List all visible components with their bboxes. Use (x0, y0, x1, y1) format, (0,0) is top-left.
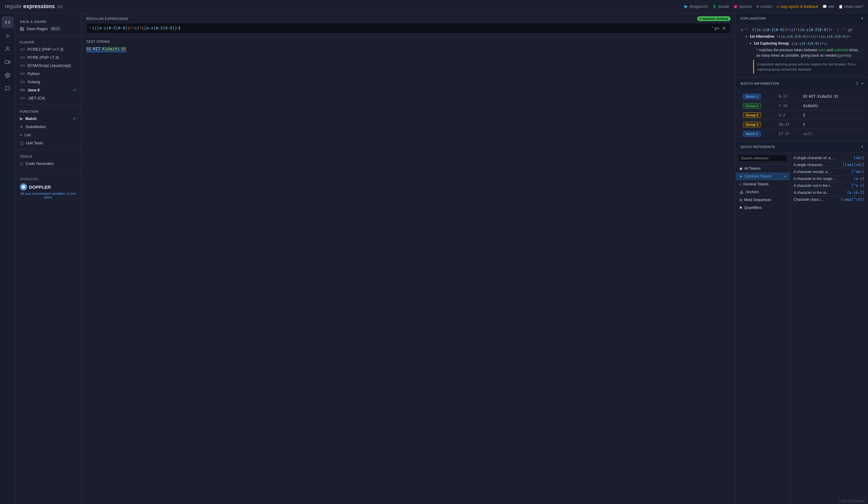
export-button[interactable]: ⇧ (855, 81, 859, 86)
save-icon (20, 27, 24, 31)
group-3-badge: Group 3 (743, 122, 761, 127)
explanation-section: EXPLANATION ▾ ▼ " (([a-z|A-Z|0-9])+\s)*(… (736, 13, 868, 78)
nav-settings[interactable] (1, 69, 13, 81)
tree-quant-item: * matches the previous token between zer… (753, 47, 863, 59)
flavor-pcre-label: PCRE (PHP <7.3) (28, 55, 59, 60)
tree-cap-item: ▼ 1st Capturing Group ([a-z|A-Z|0-9])+\s (749, 40, 863, 47)
qr-row: Character class i... [\w&&[^\d]] (794, 196, 865, 203)
function-list-label: List (25, 133, 31, 137)
function-sub-label: Substitution (25, 124, 46, 129)
wiki-link[interactable]: 💬 wiki (823, 4, 834, 9)
qr-nav-common-tokens[interactable]: ★ Common Tokens ▾ (736, 172, 789, 180)
explanation-header[interactable]: EXPLANATION ▾ (736, 13, 868, 23)
table-row: Match 2 17-17 null (741, 129, 863, 138)
svg-rect-5 (5, 61, 8, 64)
sponsor-section: SPONSORS DOPPLER All your environment va… (15, 174, 81, 203)
flavor-dotnet-label: .NET (C#) (28, 96, 45, 100)
regex-matches-badge: 2 matches (4.0ms) (697, 16, 731, 21)
code-icon-2: </> (20, 55, 25, 60)
match-info-table: Match 1 0-17 92·HIT·Xidazhi·St Group 1 7… (741, 92, 863, 138)
nav-video[interactable] (1, 56, 13, 68)
flavor-java[interactable]: </> Java 8 ✓ (15, 86, 81, 94)
function-list[interactable]: ≡ List (15, 131, 81, 139)
test-content[interactable]: 92·HIT·Xidazhi·St (86, 46, 731, 52)
save-section-title: SAVE & SHARE (15, 18, 81, 25)
search-reference-input[interactable] (738, 155, 787, 162)
qr-nav-quantifiers[interactable]: ✱ Quantifiers (736, 204, 789, 212)
qr-nav-anchors[interactable]: ⚓ Anchors (736, 188, 789, 196)
regex-input-row[interactable]: " (([a-z|A-Z|0-9])+\s)*([a-z|A-Z|0-9])+ … (86, 23, 731, 33)
nav-feedback[interactable] (1, 83, 13, 95)
codegen-icon: ◻ (20, 161, 23, 166)
tree-cap-label: 1st Capturing Group (754, 41, 789, 46)
flavor-pcre[interactable]: </> PCRE (PHP <7.3) (15, 53, 81, 61)
code-icon-6: </> (20, 88, 25, 92)
tool-code-gen[interactable]: ◻ Code Generator (15, 160, 81, 167)
regex-delimiter-close: " (712, 26, 713, 31)
divider-1 (15, 35, 81, 35)
quick-reference-section: QUICK REFERENCE ▾ ◉ All Tokens ★ Common … (736, 142, 868, 504)
tree-cap-text: ([a-z|A-Z|0-9])+\s (792, 41, 827, 47)
whats-new-link[interactable]: 📋 whats new? (838, 4, 863, 9)
qr-nav-all-tokens[interactable]: ◉ All Tokens (736, 165, 789, 172)
qr-nav-general[interactable]: ○ General Tokens (736, 180, 789, 188)
code-icon: </> (20, 47, 25, 52)
nav-user[interactable] (1, 43, 13, 55)
explanation-chevron: ▾ (861, 16, 863, 21)
nav-chart[interactable] (1, 30, 13, 42)
nav-code[interactable] (1, 16, 13, 28)
twitter-link[interactable]: 🐦 @regex101 (683, 4, 708, 9)
main-layout: SAVE & SHARE Save Regex ⌘+S FLAVOR </> P… (0, 13, 868, 504)
function-substitution[interactable]: ✕ Substitution (15, 123, 81, 131)
donate-link[interactable]: 💲 donate (712, 4, 729, 9)
function-match[interactable]: ▶ Match ✓ (15, 114, 81, 123)
flavor-python[interactable]: </> Python (15, 70, 81, 78)
sponsor-title: SPONSORS (20, 177, 76, 181)
function-unit-tests[interactable]: ◫ Unit Tests (15, 139, 81, 147)
sponsor-link[interactable]: 💗 sponsor (733, 4, 752, 9)
save-regex-button[interactable]: Save Regex ⌘+S (15, 25, 81, 33)
table-row: Match 1 0-17 92·HIT·Xidazhi·St (741, 92, 863, 101)
tree-expand-cap[interactable]: ▼ (749, 41, 753, 46)
test-section[interactable]: TEST STRING 92·HIT·Xidazhi·St (81, 37, 735, 504)
test-icon: ◫ (20, 141, 23, 145)
general-label: General Tokens (743, 182, 768, 186)
tree-quant-text: * matches the previous token between zer… (756, 47, 863, 58)
qr-desc: A character not in the r... (794, 184, 849, 188)
qr-pattern: [\w&&[^\d]] (840, 197, 865, 202)
flavor-ecmascript[interactable]: </> ECMAScript (JavaScript) (15, 61, 81, 70)
flavor-dotnet[interactable]: </> .NET (C#) (15, 94, 81, 102)
qr-row: A single character... [[ab][cd]] (794, 162, 865, 168)
explanation-title: EXPLANATION (741, 17, 766, 20)
qr-desc: A character in the ra... (794, 191, 845, 195)
group-3-range: 16-17 (778, 122, 789, 127)
match-1-badge: Match 1 (743, 94, 761, 99)
match-2-badge: Match 2 (743, 131, 761, 136)
tool-codegen-label: Code Generator (25, 161, 54, 166)
quick-reference-header[interactable]: QUICK REFERENCE ▾ (736, 142, 868, 152)
group-2-range: 1-2 (778, 113, 785, 117)
qr-expand-icon: ▾ (785, 175, 786, 178)
contact-link[interactable]: ✉ contact (756, 4, 772, 9)
copy-regex-button[interactable]: ⧉ (721, 25, 727, 31)
qr-row: A single character of: a, ... [abc] (794, 155, 865, 162)
function-match-label: Match (25, 116, 37, 121)
flavor-golang-label: Golang (28, 80, 40, 84)
tree-expand-alt[interactable]: ▼ (745, 34, 748, 39)
tree-expand-root[interactable]: ▼ (741, 28, 744, 32)
tree-root-text: " (([a-z|A-Z|0-9])+\s)*([a-z|A-Z|0-9])+ … (745, 27, 852, 32)
match-icon: ▶ (20, 116, 23, 121)
all-tokens-label: All Tokens (744, 166, 761, 171)
sponsor-logo-icon (20, 183, 27, 191)
bug-reports-link[interactable]: ⚠ bug reports & feedback (776, 4, 818, 9)
quick-reference-content: A single character of: a, ... [abc] A si… (790, 152, 868, 504)
flavor-golang[interactable]: </> Golang (15, 78, 81, 86)
group-2-badge: Group 2 (743, 112, 761, 118)
cursor (179, 26, 180, 30)
qr-pattern: [^abc] (851, 170, 865, 174)
qr-nav-meta[interactable]: ◎ Meta Sequences (736, 196, 789, 204)
quick-reference-title: QUICK REFERENCE (741, 145, 775, 148)
match-info-header[interactable]: MATCH INFORMATION ⇧ ▾ (736, 78, 868, 89)
flavor-pcre2[interactable]: </> PCRE2 (PHP >=7.3) (15, 45, 81, 53)
regex-content[interactable]: (([a-z|A-Z|0-9])+\s)*([a-z|A-Z|0-9])+ (92, 26, 710, 30)
